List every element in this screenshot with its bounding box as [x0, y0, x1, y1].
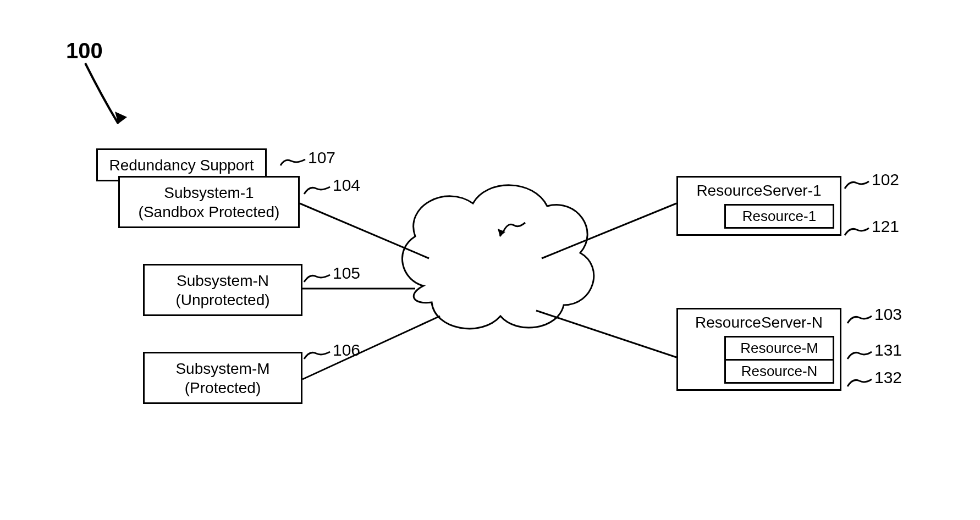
refnum-131: 131 — [874, 341, 902, 359]
box-resource-server-n: ResourceServer-N Resource-M Resource-N — [676, 308, 841, 391]
cloud-line1: External — [434, 258, 528, 277]
serverN-resource-m: Resource-M — [724, 336, 834, 361]
subsystem1-line1: Subsystem-1 — [164, 183, 254, 202]
cloud-line3: (Internet) — [434, 295, 528, 314]
leader-132 — [847, 379, 872, 386]
redundancy-label: Redundancy Support — [109, 156, 254, 175]
cloud-text: External Network (Internet) — [434, 258, 528, 314]
refnum-121: 121 — [872, 217, 899, 236]
subsystemN-line1: Subsystem-N — [177, 271, 269, 290]
leader-101 — [500, 223, 525, 236]
figure-ref-100: 100 — [66, 38, 103, 63]
connector-cloud-serverN — [536, 311, 676, 357]
leader-106 — [304, 352, 330, 359]
subsystemM-line1: Subsystem-M — [175, 359, 269, 378]
connector-cloud-server1 — [542, 203, 676, 258]
title-arrow-head — [115, 112, 127, 124]
refnum-103: 103 — [874, 305, 902, 324]
box-subsystem-n: Subsystem-N (Unprotected) — [143, 264, 302, 316]
connector-subsystemM-cloud — [302, 316, 440, 379]
leader-103 — [847, 316, 872, 323]
leader-107 — [280, 159, 305, 165]
title-arrow-shaft — [85, 63, 118, 124]
box-resource-server-1: ResourceServer-1 Resource-1 — [676, 176, 841, 236]
box-subsystem-m: Subsystem-M (Protected) — [143, 352, 302, 404]
refnum-107: 107 — [308, 148, 335, 167]
refnum-105: 105 — [333, 264, 360, 283]
refnum-104: 104 — [333, 176, 360, 195]
leader-131 — [847, 352, 872, 359]
box-subsystem-1: Subsystem-1 (Sandbox Protected) — [118, 176, 300, 228]
subsystemM-line2: (Protected) — [185, 378, 261, 397]
leader-102 — [845, 181, 869, 189]
refnum-102: 102 — [872, 170, 899, 189]
refnum-106: 106 — [333, 341, 360, 359]
leader-104 — [304, 187, 330, 194]
subsystem1-line2: (Sandbox Protected) — [139, 202, 280, 222]
refnum-132: 132 — [874, 368, 902, 387]
leader-101-head — [498, 229, 505, 236]
serverN-title: ResourceServer-N — [684, 314, 834, 331]
subsystemN-line2: (Unprotected) — [175, 290, 269, 309]
refnum-101: 101 — [528, 212, 555, 230]
serverN-resource-n: Resource-N — [724, 359, 834, 384]
leader-105 — [304, 275, 330, 282]
server1-title: ResourceServer-1 — [684, 182, 834, 200]
leader-121 — [845, 228, 869, 235]
cloud-line2: Network — [434, 277, 528, 296]
connector-subsystem1-cloud — [300, 203, 429, 258]
server1-resource-1: Resource-1 — [724, 204, 834, 229]
diagram-stage: 100 Redundancy Support Subsystem-1 (Sand… — [0, 0, 980, 520]
